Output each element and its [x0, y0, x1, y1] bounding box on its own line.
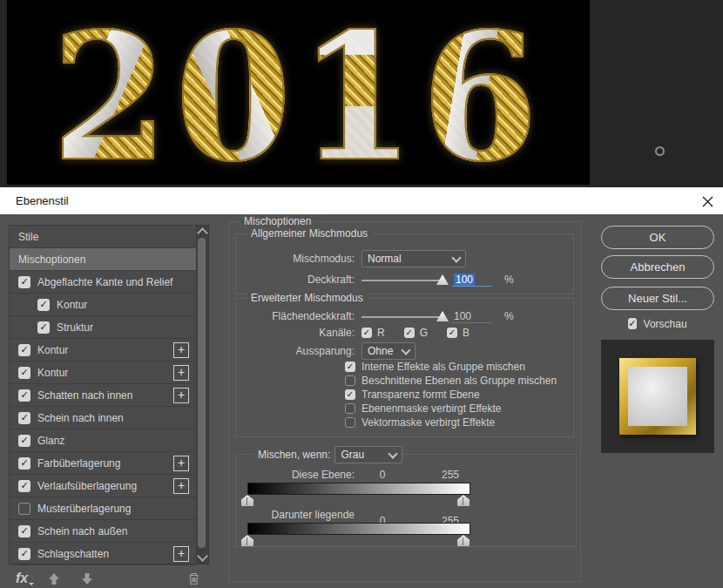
sidebar-item-mischoptionen[interactable]: Mischoptionen — [10, 248, 196, 271]
new-style-button[interactable]: Neuer Stil... — [601, 287, 714, 310]
this-layer-black-handle[interactable] — [241, 495, 253, 506]
preview-checkbox[interactable]: ✓ — [628, 318, 636, 329]
sidebar-item-verlaufs-berlagerung[interactable]: ✓Verlaufsüberlagerung+ — [10, 475, 196, 497]
advanced-blending-group: Erweiterter Mischmodus Flächendeckkraft:… — [235, 298, 574, 437]
sidebar-item-label: Schein nach innen — [37, 412, 124, 424]
option-beschnittene-ebenen-als-gruppe-mischen[interactable]: Beschnittene Ebenen als Gruppe mischen — [345, 374, 557, 387]
option-interne-effekte-als-gruppe-mischen[interactable]: ✓Interne Effekte als Gruppe mischen — [345, 360, 557, 373]
effect-checkbox[interactable]: ✓ — [18, 435, 30, 447]
effect-checkbox[interactable]: ✓ — [37, 299, 50, 311]
option-vektormaske-verbirgt-effekte[interactable]: Vektormaske verbirgt Effekte — [345, 416, 557, 429]
option-checkbox[interactable]: ✓ — [345, 362, 355, 372]
this-layer-white-handle[interactable] — [457, 495, 470, 506]
scrollbar-thumb[interactable] — [198, 238, 206, 548]
sidebar-item-kontur-sub[interactable]: ✓Kontur — [10, 294, 196, 316]
effect-checkbox[interactable]: ✓ — [18, 412, 30, 424]
sidebar-item-kontur[interactable]: ✓Kontur+ — [10, 339, 196, 362]
effect-checkbox[interactable]: ✓ — [18, 525, 30, 537]
sidebar-scrollbar[interactable] — [196, 226, 208, 564]
this-layer-gradient-bar[interactable] — [247, 483, 470, 495]
effect-checkbox[interactable]: ✓ — [18, 457, 30, 470]
option-label: Vektormaske verbirgt Effekte — [362, 416, 495, 429]
knockout-dropdown[interactable]: Ohne — [362, 342, 416, 360]
effect-checkbox[interactable]: ✓ — [18, 548, 30, 560]
add-effect-instance-icon[interactable]: + — [173, 342, 189, 358]
chevron-down-icon — [401, 345, 410, 355]
option-checkbox[interactable] — [345, 417, 355, 428]
underlying-layer-gradient-bar[interactable] — [247, 523, 470, 535]
this-layer-max: 255 — [424, 469, 476, 481]
add-effect-instance-icon[interactable]: + — [173, 478, 189, 494]
scroll-up-icon[interactable] — [197, 227, 208, 239]
option-ebenenmaske-verbirgt-effekte[interactable]: Ebenenmaske verbirgt Effekte — [345, 402, 557, 415]
channel-checkbox-g[interactable]: ✓ — [404, 328, 415, 338]
knockout-value: Ohne — [368, 345, 397, 357]
blend-mode-dropdown[interactable]: Normal — [362, 250, 466, 267]
option-label: Transparenz formt Ebene — [362, 389, 480, 401]
add-effect-instance-icon[interactable]: + — [173, 546, 189, 562]
effect-checkbox[interactable]: ✓ — [18, 276, 30, 288]
styles-sidebar: StileMischoptionen✓Abgeflachte Kante und… — [9, 225, 209, 564]
option-transparenz-formt-ebene[interactable]: ✓Transparenz formt Ebene — [345, 388, 557, 401]
sidebar-item-abgeflachte-kante-und-relief[interactable]: ✓Abgeflachte Kante und Relief — [10, 271, 196, 294]
year-digit-0: 0 — [175, 9, 299, 185]
add-effect-instance-icon[interactable]: + — [173, 456, 189, 471]
document-canvas: 2016 — [7, 0, 590, 185]
advanced-blending-legend: Erweiterter Mischmodus — [247, 292, 368, 304]
effect-checkbox[interactable] — [18, 503, 30, 515]
channel-checkbox-r[interactable]: ✓ — [362, 328, 372, 338]
delete-effect-button[interactable] — [187, 571, 200, 585]
channel-checkbox-b[interactable]: ✓ — [447, 328, 457, 338]
gold-frame-preview — [619, 358, 696, 435]
sidebar-item-schatten-nach-innen[interactable]: ✓Schatten nach innen+ — [10, 384, 196, 407]
sidebar-item-label: Farbüberlagerung — [37, 457, 120, 470]
fill-opacity-value-field[interactable]: 100 — [452, 310, 492, 323]
effect-checkbox[interactable]: ✓ — [18, 480, 30, 492]
this-layer-label: Diese Ebene: — [243, 469, 355, 481]
underlying-black-handle[interactable] — [241, 535, 253, 546]
blend-if-dropdown[interactable]: Grau — [334, 446, 402, 463]
sidebar-item-kontur[interactable]: ✓Kontur+ — [10, 362, 196, 384]
fx-menu-button[interactable]: fx — [16, 571, 28, 586]
underlying-white-handle[interactable] — [457, 535, 470, 546]
effect-checkbox[interactable]: ✓ — [37, 321, 50, 334]
opacity-slider[interactable] — [362, 273, 445, 287]
sidebar-item-schein-nach-innen[interactable]: ✓Schein nach innen — [10, 407, 196, 429]
effect-checkbox[interactable]: ✓ — [18, 344, 30, 356]
effect-checkbox[interactable]: ✓ — [18, 367, 30, 379]
opacity-value-field[interactable]: 100 — [452, 274, 492, 287]
sidebar-item-glanz[interactable]: ✓Glanz — [10, 429, 196, 452]
advanced-options-list: ✓Interne Effekte als Gruppe mischenBesch… — [345, 360, 557, 429]
sidebar-footer: fx — [9, 568, 209, 588]
add-effect-instance-icon[interactable]: + — [173, 388, 189, 403]
cancel-button[interactable]: Abbrechen — [601, 255, 714, 279]
option-checkbox[interactable]: ✓ — [345, 389, 355, 400]
move-effect-down-button[interactable] — [80, 572, 94, 585]
effect-checkbox[interactable]: ✓ — [18, 389, 30, 402]
sidebar-item-schein-nach-au-en[interactable]: ✓Schein nach außen — [10, 520, 196, 543]
styles-list: StileMischoptionen✓Abgeflachte Kante und… — [10, 226, 196, 564]
this-layer-min: 0 — [365, 469, 400, 481]
move-effect-up-button[interactable] — [47, 572, 61, 585]
sidebar-item-schlagschatten[interactable]: ✓Schlagschatten+ — [10, 543, 196, 565]
option-checkbox[interactable] — [345, 375, 355, 386]
year-digit-6: 6 — [422, 9, 545, 185]
close-icon[interactable] — [697, 191, 718, 212]
fill-opacity-slider[interactable] — [362, 309, 445, 323]
sidebar-item-muster-berlagerung[interactable]: Musterüberlagerung — [10, 497, 196, 520]
general-blending-legend: Allgemeiner Mischmodus — [247, 227, 372, 240]
channel-g: ✓G — [404, 327, 428, 339]
sidebar-item-farb-berlagerung[interactable]: ✓Farbüberlagerung+ — [10, 452, 196, 475]
year-digit-1: 1 — [299, 9, 422, 185]
photoshop-workspace: 2016 Ebenenstil StileMischoptionen✓Abgef… — [0, 0, 723, 588]
general-blending-group: Allgemeiner Mischmodus Mischmodus: Norma… — [235, 233, 574, 294]
add-effect-instance-icon[interactable]: + — [173, 365, 189, 381]
channel-label: G — [420, 327, 428, 339]
sidebar-item-stile[interactable]: Stile — [10, 226, 196, 248]
fill-opacity-unit: % — [504, 310, 514, 322]
ok-button[interactable]: OK — [601, 226, 714, 249]
scroll-down-icon[interactable] — [197, 551, 208, 562]
chevron-down-icon — [451, 253, 461, 262]
option-checkbox[interactable] — [345, 403, 355, 414]
sidebar-item-struktur-sub[interactable]: ✓Struktur — [10, 316, 196, 339]
